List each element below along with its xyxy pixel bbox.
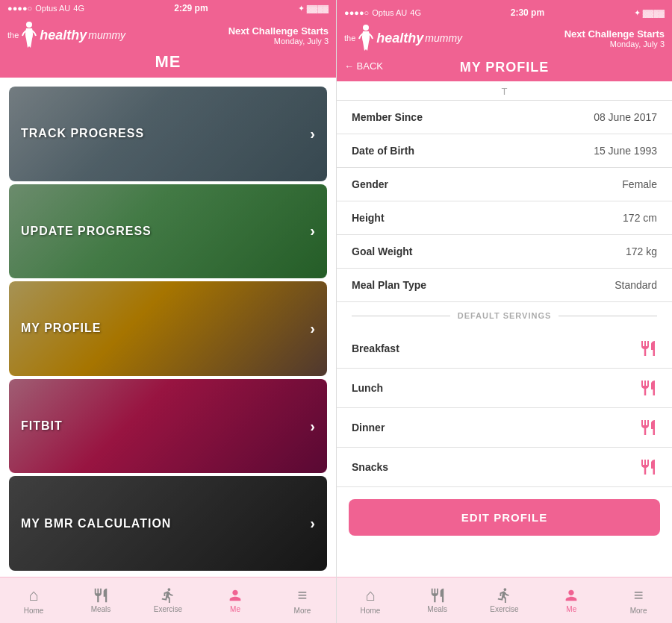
right-panel: ●●●●○ Optus AU 4G 2:30 pm ✦ ▓▓▓▓ the hea…: [336, 0, 672, 623]
challenge-label-right: Next Challenge Starts: [564, 28, 665, 40]
serving-snacks: Snacks: [337, 448, 672, 487]
dob-value: 15 June 1993: [594, 145, 657, 157]
bottom-nav-right: ⌂ Home Meals Exercise Me ≡ More: [337, 577, 672, 623]
fitbit-content: FITBIT ›: [9, 379, 327, 474]
signal-dots-left: ●●●●○: [7, 4, 32, 13]
page-title-right: MY PROFILE: [344, 60, 665, 75]
profile-row-goal-weight: Goal Weight 172 kg: [337, 235, 672, 269]
bmr-arrow: ›: [310, 515, 315, 532]
carrier-left: Optus AU: [35, 4, 70, 13]
profile-row-dob: Date of Birth 15 June 1993: [337, 134, 672, 168]
nav-exercise-label-right: Exercise: [490, 605, 518, 613]
track-arrow: ›: [310, 125, 315, 143]
nav-exercise-label-left: Exercise: [154, 605, 182, 613]
logo-right: the healthy mummy: [344, 24, 462, 52]
nav-home-label-left: Home: [24, 607, 44, 615]
nav-home-left[interactable]: ⌂ Home: [0, 580, 67, 620]
profile-row-member-since: Member Since 08 June 2017: [337, 101, 672, 134]
svg-point-1: [363, 25, 369, 31]
serving-breakfast: Breakfast: [337, 329, 672, 369]
nav-more-left[interactable]: ≡ More: [269, 580, 336, 620]
menu-item-bmr[interactable]: MY BMR CALCULATION ›: [9, 476, 327, 571]
logo-healthy-right: healthy: [376, 31, 423, 46]
partial-row-top: T: [337, 83, 672, 101]
lunch-label: Lunch: [352, 382, 383, 394]
height-value: 172 cm: [623, 212, 657, 224]
carrier-info-left: ●●●●○ Optus AU 4G: [7, 4, 84, 13]
dinner-icon[interactable]: [639, 419, 657, 436]
member-since-value: 08 June 2017: [594, 111, 657, 123]
snacks-icon[interactable]: [639, 458, 657, 476]
menu-item-fitbit[interactable]: FITBIT ›: [9, 379, 327, 474]
serving-dinner: Dinner: [337, 408, 672, 448]
nav-exercise-right[interactable]: Exercise: [471, 580, 538, 620]
challenge-info-right: Next Challenge Starts Monday, July 3: [564, 28, 665, 48]
bottom-nav-left: ⌂ Home Meals Exercise Me ≡ More: [0, 577, 336, 623]
update-label: UPDATE PROGRESS: [21, 225, 152, 238]
height-label: Height: [352, 212, 385, 224]
fitbit-arrow: ›: [310, 418, 315, 435]
challenge-date-right: Monday, July 3: [564, 40, 665, 48]
nav-meals-right[interactable]: Meals: [404, 580, 471, 620]
update-content: UPDATE PROGRESS ›: [9, 184, 327, 279]
meal-plan-label: Meal Plan Type: [352, 279, 426, 291]
gender-value: Female: [622, 178, 657, 190]
battery-area-right: ✦ ▓▓▓▓: [634, 8, 665, 18]
network-left: 4G: [73, 4, 84, 13]
header-inner-right: the healthy mummy Next Challenge Starts …: [344, 24, 665, 52]
snacks-label: Snacks: [352, 461, 388, 473]
menu-item-myprofile[interactable]: MY PROFILE ›: [9, 281, 327, 376]
nav-home-label-right: Home: [361, 607, 381, 615]
lunch-icon[interactable]: [639, 379, 657, 397]
challenge-info-left: Next Challenge Starts Monday, July 3: [228, 25, 329, 46]
nav-more-label-left: More: [294, 607, 311, 615]
bluetooth-icon-left: ✦: [298, 4, 305, 13]
home-icon-left: ⌂: [28, 586, 38, 605]
menu-list: TRACK PROGRESS › UPDATE PROGRESS › MY PR…: [0, 78, 336, 577]
menu-item-track[interactable]: TRACK PROGRESS ›: [9, 87, 327, 181]
track-content: TRACK PROGRESS ›: [9, 87, 327, 181]
member-since-label: Member Since: [352, 111, 423, 123]
me-icon-left: [227, 587, 243, 604]
nav-meals-label-left: Meals: [91, 605, 111, 613]
me-icon-right: [563, 587, 579, 604]
back-button[interactable]: ← BACK: [344, 60, 383, 72]
nav-exercise-left[interactable]: Exercise: [134, 580, 202, 620]
dob-label: Date of Birth: [352, 145, 414, 157]
nav-home-right[interactable]: ⌂ Home: [337, 580, 404, 620]
network-right: 4G: [410, 8, 421, 17]
profile-row-height: Height 172 cm: [337, 201, 672, 235]
meal-plan-value: Standard: [615, 279, 657, 291]
meals-icon-right: [429, 587, 446, 604]
header-left: the healthy mummy Next Challenge Starts …: [0, 16, 336, 78]
profile-content: T Member Since 08 June 2017 Date of Birt…: [337, 81, 672, 577]
nav-me-label-right: Me: [566, 605, 576, 613]
edit-profile-button[interactable]: EDIT PROFILE: [349, 499, 660, 536]
bmr-content: MY BMR CALCULATION ›: [9, 476, 327, 571]
track-label: TRACK PROGRESS: [21, 127, 144, 140]
nav-more-right[interactable]: ≡ More: [605, 580, 672, 620]
nav-me-label-left: Me: [230, 605, 240, 613]
nav-meals-left[interactable]: Meals: [67, 580, 134, 620]
challenge-date-left: Monday, July 3: [228, 37, 329, 46]
exercise-icon-left: [160, 587, 176, 604]
bluetooth-icon-right: ✦: [634, 8, 641, 18]
logo-figure-right: [357, 24, 375, 52]
divider-line-right: [559, 316, 657, 316]
dinner-label: Dinner: [352, 422, 385, 433]
goal-weight-value: 172 kg: [626, 245, 657, 257]
update-arrow: ›: [310, 222, 315, 240]
fitbit-label: FITBIT: [21, 419, 63, 433]
logo-figure-left: [20, 21, 38, 49]
status-bar-right: ●●●●○ Optus AU 4G 2:30 pm ✦ ▓▓▓▓: [344, 4, 665, 21]
home-icon-right: ⌂: [365, 586, 375, 605]
time-left: 2:29 pm: [174, 3, 208, 13]
title-row-right: ← BACK MY PROFILE: [344, 57, 665, 75]
nav-me-left[interactable]: Me: [202, 580, 269, 620]
default-servings-label: DEFAULT SERVINGS: [458, 311, 552, 320]
menu-item-update[interactable]: UPDATE PROGRESS ›: [9, 184, 327, 279]
breakfast-icon[interactable]: [639, 339, 657, 357]
nav-me-right[interactable]: Me: [538, 580, 605, 620]
header-right: ●●●●○ Optus AU 4G 2:30 pm ✦ ▓▓▓▓ the hea…: [337, 0, 672, 81]
more-icon-right: ≡: [634, 586, 644, 605]
